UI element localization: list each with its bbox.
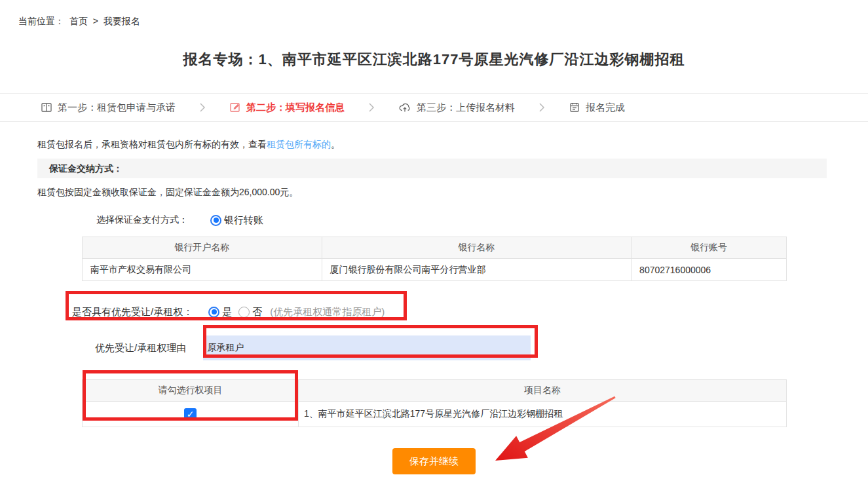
step-2: 第二步：填写报名信息: [229, 102, 345, 114]
bank-name: 厦门银行股份有限公司南平分行营业部: [322, 259, 632, 281]
bank-table-header-account-name: 银行开户名称: [83, 237, 322, 259]
breadcrumb-current: 我要报名: [104, 16, 140, 26]
breadcrumb: 当前位置： 首页 > 我要报名: [0, 0, 868, 28]
priority-question-label: 是否具有优先受让/承租权：: [72, 306, 193, 318]
step-indicator: 第一步：租赁包申请与承诺 第二步：填写报名信息 第三步：上传报名材料: [0, 93, 868, 122]
payment-method-row: 选择保证金支付方式： 银行转账: [96, 213, 868, 227]
breadcrumb-home-link[interactable]: 首页: [69, 16, 88, 26]
chevron-right-icon: [199, 102, 206, 113]
priority-reason-input[interactable]: [203, 335, 531, 360]
priority-right-row: 是否具有优先受让/承租权： 是 否 (优先承租权通常指原租户): [72, 299, 868, 324]
bank-account-table: 银行开户名称 银行名称 银行账号 南平市产权交易有限公司 厦门银行股份有限公司南…: [82, 237, 787, 281]
priority-no-radio[interactable]: [238, 307, 250, 318]
step-1: 第一步：租赁包申请与承诺: [41, 102, 176, 114]
breadcrumb-label: 当前位置：: [18, 16, 64, 26]
step-3-label: 第三步：上传报名材料: [417, 102, 515, 114]
priority-hint: (优先承租权通常指原租户): [270, 306, 385, 318]
notice-period: 。: [331, 139, 340, 149]
save-and-continue-button[interactable]: 保存并继续: [392, 448, 476, 474]
priority-yes-label: 是: [222, 306, 232, 318]
priority-yes-radio[interactable]: [208, 307, 219, 318]
project-table-header-select: 请勾选行权项目: [83, 380, 299, 402]
deposit-section-title: 保证金交纳方式：: [37, 159, 827, 178]
project-selection-table: 请勾选行权项目 项目名称 ✓ 1、南平市延平区江滨北路177号原星光汽修厂沿江边…: [82, 379, 787, 427]
bank-account-name: 南平市产权交易有限公司: [83, 259, 322, 281]
table-row: 南平市产权交易有限公司 厦门银行股份有限公司南平分行营业部 8070271600…: [83, 259, 787, 281]
bank-transfer-radio[interactable]: [210, 215, 221, 226]
chevron-right-icon: [368, 102, 375, 113]
checkmark-icon: ✓: [187, 409, 195, 419]
chevron-right-icon: [538, 102, 545, 113]
step-2-label: 第二步：填写报名信息: [246, 102, 345, 114]
project-table-header-name: 项目名称: [299, 380, 787, 402]
project-checkbox-checked[interactable]: ✓: [184, 408, 197, 421]
ledger-book-icon: [41, 102, 52, 113]
priority-no-label: 否: [252, 306, 262, 318]
breadcrumb-separator: >: [93, 16, 98, 26]
bank-account-number: 80702716000006: [632, 259, 787, 281]
bank-table-header-bank-name: 银行名称: [322, 237, 632, 259]
payment-method-label: 选择保证金支付方式：: [96, 214, 188, 226]
step-4-label: 报名完成: [586, 102, 625, 114]
table-row: ✓ 1、南平市延平区江滨北路177号原星光汽修厂沿江边彩钢棚招租: [83, 402, 787, 427]
step-3: 第三步：上传报名材料: [398, 102, 515, 114]
cloud-upload-icon: [398, 102, 411, 113]
priority-reason-label: 优先受让/承租权理由: [95, 342, 186, 354]
clipboard-done-icon: [569, 102, 580, 113]
edit-pencil-icon: [229, 102, 241, 113]
all-targets-link[interactable]: 租赁包所有标的: [267, 139, 331, 149]
step-1-label: 第一步：租赁包申请与承诺: [58, 102, 176, 114]
step-4: 报名完成: [569, 102, 625, 114]
bank-transfer-label: 银行转账: [224, 214, 263, 227]
actions-row: 保存并继续: [0, 448, 868, 474]
bank-table-header-account-no: 银行账号: [632, 237, 787, 259]
deposit-fixed-amount: 租赁包按固定金额收取保证金，固定保证金金额为26,000.00元。: [37, 187, 868, 199]
package-notice: 租赁包报名后，承租资格对租赁包内所有标的有效，查看租赁包所有标的。: [37, 139, 868, 151]
page-title: 报名专场：1、南平市延平区江滨北路177号原星光汽修厂沿江边彩钢棚招租: [0, 50, 868, 69]
project-name: 1、南平市延平区江滨北路177号原星光汽修厂沿江边彩钢棚招租: [299, 402, 787, 427]
priority-reason-row: 优先受让/承租权理由: [95, 332, 868, 364]
notice-text: 租赁包报名后，承租资格对租赁包内所有标的有效，查看: [37, 139, 267, 149]
